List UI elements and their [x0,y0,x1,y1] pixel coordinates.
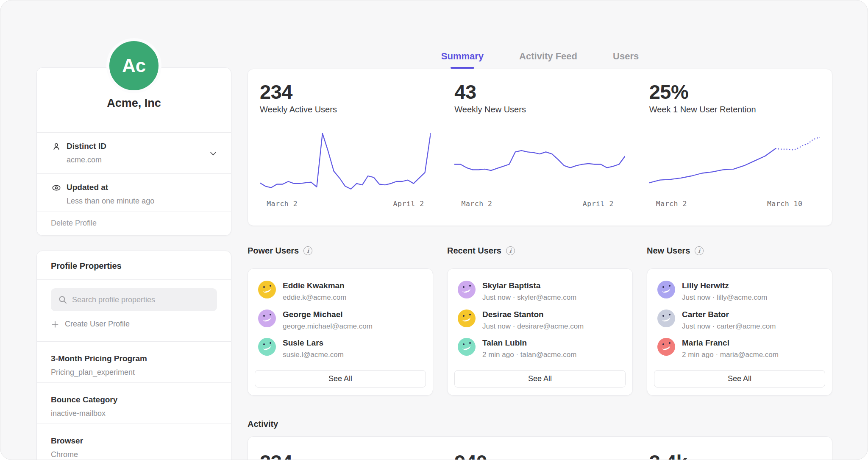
updated-at-row: Updated at Less than one minute ago [37,173,231,212]
user-name: Eddie Kwakman [283,281,347,290]
axis-tick: March 2 [461,200,492,208]
user-list-item[interactable]: Lilly Herwitz Just now · lilly@acme.com [657,281,822,302]
new-users-section: New Users i Lilly Herwitz Just now · lil… [647,245,832,396]
stat-label: Weekly New Users [454,105,526,114]
user-detail: Just now · skyler@acme.com [482,293,576,302]
user-list-item[interactable]: George Michael george.michael@acme.com [258,309,423,331]
divider [37,279,231,280]
activity-stat-value: 234 [260,450,292,460]
person-icon [51,142,61,152]
updated-at-value: Less than one minute ago [67,197,154,206]
user-list-item[interactable]: Susie Lars susie.l@acme.com [258,338,423,359]
user-detail: susie.l@acme.com [283,351,344,359]
plus-icon [51,320,59,329]
user-avatar [458,309,476,327]
tab-activity-feed[interactable]: Activity Feed [519,41,577,69]
user-detail: 2 min ago · talan@acme.com [482,351,576,359]
week1-retention-sparkline [649,127,820,196]
distinct-id-row: Distinct ID acme.com [37,132,231,173]
property-label: 3-Month Pricing Program [51,354,147,363]
axis-tick: March 2 [267,200,298,208]
property-row: 3-Month Pricing Program Pricing_plan_exp… [37,341,231,382]
new-users-card: Lilly Herwitz Just now · lilly@acme.com … [647,268,832,396]
property-row: Bounce Category inactive-mailbox [37,382,231,424]
user-list-item[interactable]: Carter Bator Just now · carter@acme.com [657,309,822,331]
tab-bar: Summary Activity Feed Users [248,41,832,69]
user-list-item[interactable]: Desirae Stanton Just now · desirare@acme… [458,309,622,331]
chevron-down-icon[interactable] [209,149,217,158]
weekly-active-users-sparkline [260,127,431,196]
property-value: Pricing_plan_experiment [51,368,135,377]
user-detail: george.michael@acme.com [283,322,373,331]
delete-profile-button[interactable]: Delete Profile [51,219,97,228]
distinct-id-label: Distinct ID [67,142,106,151]
property-row: Browser Chrome [37,424,231,460]
create-user-profile-button[interactable]: Create User Profile [51,320,130,329]
profile-properties-search [51,288,217,311]
see-all-button[interactable]: See All [654,370,825,388]
eye-icon [51,183,61,193]
property-value: Chrome [51,450,78,459]
user-name: Carter Bator [682,310,776,319]
user-detail: Just now · lilly@acme.com [682,293,767,302]
company-profile-card: Ac Acme, Inc Distinct ID acme.com [36,67,231,236]
stat-weekly-active-users: 234 Weekly Active Users March 2 April 2 [248,69,442,226]
power-users-section: Power Users i Eddie Kwakman eddie.k@acme… [248,245,433,396]
search-input[interactable] [51,288,217,311]
updated-at-label: Updated at [67,183,108,192]
user-name: Lilly Herwitz [682,281,767,290]
tab-summary[interactable]: Summary [441,41,484,69]
activity-card: 234 940 3.4k [248,436,832,460]
user-name: Skylar Baptista [482,281,576,290]
divider [37,212,231,212]
profile-properties-card: Profile Properties Create User Profile 3… [36,251,231,460]
stat-label: Weekly Active Users [260,105,337,114]
stat-week1-retention: 25% Week 1 New User Retention March 2 Ma… [637,69,832,226]
axis-tick: April 2 [583,200,614,208]
weekly-new-users-sparkline [454,127,625,196]
user-avatar [458,281,476,298]
recent-users-section: Recent Users i Skylar Baptista Just now … [447,245,633,396]
tab-users[interactable]: Users [613,41,639,69]
x-axis-labels: March 2 April 2 [454,200,625,210]
user-list-item[interactable]: Talan Lubin 2 min ago · talan@acme.com [458,338,622,359]
user-name: Desirae Stanton [482,310,584,319]
user-name: Maria Franci [682,338,779,348]
stat-value: 234 [260,80,292,103]
info-icon[interactable]: i [695,246,704,255]
axis-tick: March 10 [767,200,802,208]
power-users-card: Eddie Kwakman eddie.k@acme.com George Mi… [248,268,433,396]
user-avatar [458,338,476,356]
activity-title: Activity [248,419,278,429]
axis-tick: April 2 [393,200,424,208]
create-user-profile-label: Create User Profile [65,320,130,329]
property-label: Browser [51,436,83,446]
recent-users-title: Recent Users [447,246,501,256]
property-label: Bounce Category [51,395,117,404]
user-sections: Power Users i Eddie Kwakman eddie.k@acme… [248,245,832,396]
company-avatar-initials: Ac [122,55,146,76]
user-name: Talan Lubin [482,338,576,348]
stat-value: 43 [454,80,476,103]
stat-weekly-new-users: 43 Weekly New Users March 2 April 2 [442,69,637,226]
user-list-item[interactable]: Maria Franci 2 min ago · maria@acme.com [657,338,822,359]
info-icon[interactable]: i [506,246,515,255]
user-name: Susie Lars [283,338,344,348]
user-avatar [657,309,675,327]
info-icon[interactable]: i [303,246,312,255]
user-list-item[interactable]: Eddie Kwakman eddie.k@acme.com [258,281,423,302]
user-detail: eddie.k@acme.com [283,293,347,302]
property-value: inactive-mailbox [51,409,106,418]
axis-tick: March 2 [656,200,687,208]
app-frame: Ac Acme, Inc Distinct ID acme.com [0,0,868,460]
user-avatar [258,309,276,327]
user-list-item[interactable]: Skylar Baptista Just now · skyler@acme.c… [458,281,622,302]
company-name: Acme, Inc [37,97,231,110]
activity-stat-value: 3.4k [649,450,687,460]
user-detail: 2 min ago · maria@acme.com [682,351,779,359]
user-name: George Michael [283,310,373,319]
see-all-button[interactable]: See All [255,370,426,388]
summary-stats-card: 234 Weekly Active Users March 2 April 2 … [248,69,832,226]
see-all-button[interactable]: See All [454,370,626,388]
power-users-title: Power Users [248,246,299,256]
